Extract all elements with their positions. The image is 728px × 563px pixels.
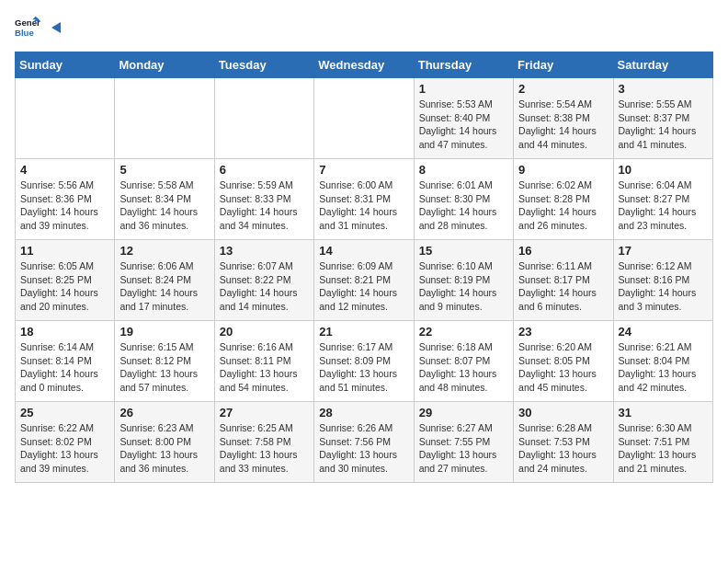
- col-header-saturday: Saturday: [613, 52, 712, 78]
- day-number: 15: [419, 244, 508, 258]
- day-info: Sunrise: 6:27 AM Sunset: 7:55 PM Dayligh…: [419, 421, 508, 476]
- calendar-cell: 3Sunrise: 5:55 AM Sunset: 8:37 PM Daylig…: [613, 78, 712, 159]
- calendar-cell: 2Sunrise: 5:54 AM Sunset: 8:38 PM Daylig…: [514, 78, 613, 159]
- calendar-cell: 13Sunrise: 6:07 AM Sunset: 8:22 PM Dayli…: [214, 240, 313, 321]
- day-info: Sunrise: 6:25 AM Sunset: 7:58 PM Dayligh…: [220, 421, 309, 476]
- day-number: 9: [518, 163, 608, 177]
- calendar-cell: 25Sunrise: 6:22 AM Sunset: 8:02 PM Dayli…: [16, 402, 115, 483]
- calendar-week-3: 11Sunrise: 6:05 AM Sunset: 8:25 PM Dayli…: [16, 240, 713, 321]
- calendar-week-4: 18Sunrise: 6:14 AM Sunset: 8:14 PM Dayli…: [16, 321, 713, 402]
- day-number: 6: [220, 163, 309, 177]
- day-number: 23: [518, 325, 608, 339]
- day-info: Sunrise: 6:16 AM Sunset: 8:11 PM Dayligh…: [220, 340, 309, 395]
- calendar-cell: 1Sunrise: 5:53 AM Sunset: 8:40 PM Daylig…: [414, 78, 513, 159]
- day-number: 11: [20, 244, 109, 258]
- day-number: 26: [119, 406, 209, 419]
- day-number: 28: [319, 406, 408, 419]
- calendar-cell: [314, 78, 414, 159]
- logo-arrow-icon: [48, 19, 64, 36]
- day-info: Sunrise: 6:04 AM Sunset: 8:27 PM Dayligh…: [619, 178, 708, 233]
- day-info: Sunrise: 5:59 AM Sunset: 8:33 PM Dayligh…: [220, 178, 309, 233]
- logo-icon: General Blue: [15, 15, 40, 40]
- day-number: 19: [119, 325, 209, 339]
- day-info: Sunrise: 5:54 AM Sunset: 8:38 PM Dayligh…: [518, 98, 608, 152]
- page-header: General Blue: [15, 15, 713, 40]
- calendar-cell: 7Sunrise: 6:00 AM Sunset: 8:31 PM Daylig…: [314, 159, 414, 240]
- day-info: Sunrise: 6:11 AM Sunset: 8:17 PM Dayligh…: [518, 259, 608, 314]
- day-info: Sunrise: 6:10 AM Sunset: 8:19 PM Dayligh…: [419, 259, 508, 314]
- day-info: Sunrise: 6:21 AM Sunset: 8:04 PM Dayligh…: [619, 340, 708, 395]
- day-info: Sunrise: 6:26 AM Sunset: 7:56 PM Dayligh…: [319, 421, 408, 476]
- day-info: Sunrise: 6:00 AM Sunset: 8:31 PM Dayligh…: [319, 178, 408, 233]
- day-number: 27: [220, 406, 309, 419]
- logo: General Blue: [15, 15, 64, 40]
- calendar-cell: 8Sunrise: 6:01 AM Sunset: 8:30 PM Daylig…: [414, 159, 513, 240]
- day-number: 4: [20, 163, 109, 177]
- day-number: 22: [419, 325, 508, 339]
- day-info: Sunrise: 6:05 AM Sunset: 8:25 PM Dayligh…: [20, 259, 109, 314]
- day-info: Sunrise: 6:17 AM Sunset: 8:09 PM Dayligh…: [319, 340, 408, 395]
- calendar-cell: 14Sunrise: 6:09 AM Sunset: 8:21 PM Dayli…: [314, 240, 414, 321]
- calendar-cell: 17Sunrise: 6:12 AM Sunset: 8:16 PM Dayli…: [613, 240, 712, 321]
- day-number: 13: [220, 244, 309, 258]
- calendar-cell: 19Sunrise: 6:15 AM Sunset: 8:12 PM Dayli…: [115, 321, 214, 402]
- day-number: 5: [119, 163, 209, 177]
- day-number: 20: [220, 325, 309, 339]
- day-info: Sunrise: 5:53 AM Sunset: 8:40 PM Dayligh…: [419, 98, 508, 152]
- calendar-cell: 11Sunrise: 6:05 AM Sunset: 8:25 PM Dayli…: [16, 240, 115, 321]
- day-info: Sunrise: 6:14 AM Sunset: 8:14 PM Dayligh…: [20, 340, 109, 395]
- day-number: 21: [319, 325, 408, 339]
- col-header-friday: Friday: [514, 52, 613, 78]
- calendar-cell: [214, 78, 313, 159]
- day-info: Sunrise: 6:23 AM Sunset: 8:00 PM Dayligh…: [119, 421, 209, 476]
- calendar-cell: [16, 78, 115, 159]
- calendar-cell: [115, 78, 214, 159]
- day-info: Sunrise: 6:06 AM Sunset: 8:24 PM Dayligh…: [119, 259, 209, 314]
- calendar-cell: 22Sunrise: 6:18 AM Sunset: 8:07 PM Dayli…: [414, 321, 513, 402]
- svg-text:Blue: Blue: [15, 28, 34, 38]
- calendar-cell: 10Sunrise: 6:04 AM Sunset: 8:27 PM Dayli…: [613, 159, 712, 240]
- calendar-cell: 12Sunrise: 6:06 AM Sunset: 8:24 PM Dayli…: [115, 240, 214, 321]
- col-header-wednesday: Wednesday: [314, 52, 414, 78]
- calendar-cell: 18Sunrise: 6:14 AM Sunset: 8:14 PM Dayli…: [16, 321, 115, 402]
- day-number: 24: [619, 325, 708, 339]
- day-info: Sunrise: 6:09 AM Sunset: 8:21 PM Dayligh…: [319, 259, 408, 314]
- calendar-cell: 28Sunrise: 6:26 AM Sunset: 7:56 PM Dayli…: [314, 402, 414, 483]
- day-info: Sunrise: 6:18 AM Sunset: 8:07 PM Dayligh…: [419, 340, 508, 395]
- calendar-cell: 30Sunrise: 6:28 AM Sunset: 7:53 PM Dayli…: [514, 402, 613, 483]
- calendar-cell: 16Sunrise: 6:11 AM Sunset: 8:17 PM Dayli…: [514, 240, 613, 321]
- calendar-cell: 24Sunrise: 6:21 AM Sunset: 8:04 PM Dayli…: [613, 321, 712, 402]
- day-number: 29: [419, 406, 508, 419]
- day-info: Sunrise: 6:28 AM Sunset: 7:53 PM Dayligh…: [518, 421, 608, 476]
- day-number: 25: [20, 406, 109, 419]
- calendar-cell: 23Sunrise: 6:20 AM Sunset: 8:05 PM Dayli…: [514, 321, 613, 402]
- calendar-cell: 6Sunrise: 5:59 AM Sunset: 8:33 PM Daylig…: [214, 159, 313, 240]
- calendar-cell: 21Sunrise: 6:17 AM Sunset: 8:09 PM Dayli…: [314, 321, 414, 402]
- col-header-thursday: Thursday: [414, 52, 513, 78]
- calendar-cell: 4Sunrise: 5:56 AM Sunset: 8:36 PM Daylig…: [16, 159, 115, 240]
- day-info: Sunrise: 6:22 AM Sunset: 8:02 PM Dayligh…: [20, 421, 109, 476]
- calendar-week-2: 4Sunrise: 5:56 AM Sunset: 8:36 PM Daylig…: [16, 159, 713, 240]
- day-number: 10: [619, 163, 708, 177]
- day-info: Sunrise: 6:15 AM Sunset: 8:12 PM Dayligh…: [119, 340, 209, 395]
- day-info: Sunrise: 6:07 AM Sunset: 8:22 PM Dayligh…: [220, 259, 309, 314]
- calendar-week-1: 1Sunrise: 5:53 AM Sunset: 8:40 PM Daylig…: [16, 78, 713, 159]
- calendar-cell: 15Sunrise: 6:10 AM Sunset: 8:19 PM Dayli…: [414, 240, 513, 321]
- calendar-cell: 31Sunrise: 6:30 AM Sunset: 7:51 PM Dayli…: [613, 402, 712, 483]
- calendar-cell: 27Sunrise: 6:25 AM Sunset: 7:58 PM Dayli…: [214, 402, 313, 483]
- day-number: 12: [119, 244, 209, 258]
- day-number: 17: [619, 244, 708, 258]
- col-header-tuesday: Tuesday: [214, 52, 313, 78]
- day-info: Sunrise: 6:01 AM Sunset: 8:30 PM Dayligh…: [419, 178, 508, 233]
- calendar-week-5: 25Sunrise: 6:22 AM Sunset: 8:02 PM Dayli…: [16, 402, 713, 483]
- calendar-cell: 20Sunrise: 6:16 AM Sunset: 8:11 PM Dayli…: [214, 321, 313, 402]
- day-number: 7: [319, 163, 408, 177]
- day-number: 1: [419, 82, 508, 96]
- day-number: 16: [518, 244, 608, 258]
- day-number: 30: [518, 406, 608, 419]
- calendar-cell: 9Sunrise: 6:02 AM Sunset: 8:28 PM Daylig…: [514, 159, 613, 240]
- col-header-sunday: Sunday: [16, 52, 115, 78]
- day-info: Sunrise: 5:55 AM Sunset: 8:37 PM Dayligh…: [619, 98, 708, 152]
- day-info: Sunrise: 5:58 AM Sunset: 8:34 PM Dayligh…: [119, 178, 209, 233]
- day-info: Sunrise: 6:12 AM Sunset: 8:16 PM Dayligh…: [619, 259, 708, 314]
